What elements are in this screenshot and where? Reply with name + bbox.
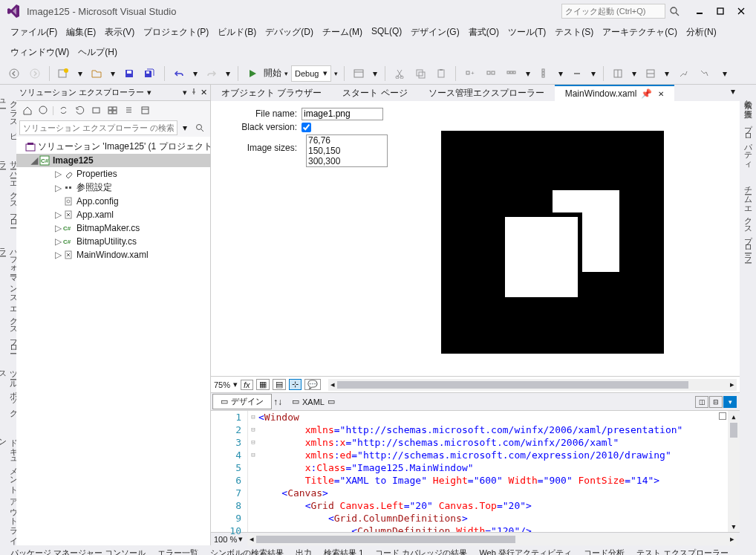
forward-button[interactable] (25, 64, 45, 83)
tree-item[interactable]: ▷C#BitmapMaker.cs (16, 221, 210, 235)
start-label[interactable]: 開始 (264, 67, 281, 79)
start-button[interactable] (243, 64, 262, 83)
undo-button[interactable] (169, 64, 189, 83)
tree-item[interactable]: ▷App.xaml (16, 208, 210, 221)
close-icon[interactable]: ✕ (201, 88, 207, 97)
pin-icon[interactable] (190, 88, 198, 97)
new-button[interactable] (54, 64, 74, 83)
sidetab-findreplace[interactable]: 検索と置換 (740, 91, 756, 108)
solution-search-input[interactable] (19, 120, 177, 135)
fx-button[interactable]: fx (241, 380, 253, 390)
tabs-dropdown[interactable]: ▾ (726, 85, 740, 101)
home-icon[interactable] (19, 103, 34, 117)
code-vscroll[interactable]: ▴ ▾ (728, 411, 740, 532)
tree-item[interactable]: ▷Properties (16, 167, 210, 181)
tree-item[interactable]: ▷参照設定 (16, 181, 210, 195)
doctab-startpage[interactable]: スタート ページ (332, 85, 417, 101)
expand-icon[interactable]: ◢ (30, 155, 39, 166)
menu-sql[interactable]: SQL(Q) (367, 24, 406, 41)
bottomtab-output[interactable]: 出力 (291, 547, 316, 556)
tree-item[interactable]: ▷MainWindow.xaml (16, 248, 210, 262)
grid2-button[interactable]: ▤ (273, 379, 286, 390)
designer-hscroll[interactable]: ◂ ▸ (328, 379, 737, 391)
menu-build[interactable]: ビルド(B) (213, 24, 261, 41)
close-button[interactable] (731, 4, 752, 19)
menu-debug[interactable]: デバッグ(D) (261, 24, 318, 41)
menu-file[interactable]: ファイル(F) (6, 24, 62, 41)
search-icon[interactable] (667, 4, 682, 19)
save-all-button[interactable] (140, 64, 160, 83)
menu-view[interactable]: 表示(V) (100, 24, 139, 41)
xaml-tab-dd[interactable]: ▭ (328, 397, 335, 406)
doctab-objectbrowser[interactable]: オブジェクト ブラウザー (211, 85, 332, 101)
doctab-sourcectl[interactable]: ソース管理エクスプローラー (418, 85, 555, 101)
swap-icon[interactable]: ↑↓ (273, 397, 282, 407)
quick-launch-input[interactable] (561, 4, 665, 19)
overflow-button[interactable]: ▾ (715, 64, 734, 83)
sizes-listbox[interactable]: 76,76 150,150 300,300 (306, 134, 388, 167)
bottomtab-search1[interactable]: 検索結果 1 (319, 547, 368, 556)
bottomtab-symbols[interactable]: シンボルの検索結果 (206, 547, 288, 556)
code-hscroll[interactable]: ◂ ▸ (247, 533, 737, 545)
new-dropdown[interactable]: ▾ (75, 64, 85, 83)
feedback-button[interactable]: 💬 (304, 379, 321, 390)
redo-dropdown[interactable]: ▾ (223, 64, 233, 83)
listbox-item[interactable]: 76,76 (307, 135, 387, 146)
refresh-icon[interactable] (72, 103, 87, 117)
search-dropdown[interactable]: ▾ (177, 120, 192, 135)
back-button[interactable] (4, 64, 24, 83)
tb-g3-dd[interactable]: ▾ (523, 64, 533, 83)
collapse-icon[interactable] (88, 103, 103, 117)
listbox-item[interactable]: 300,300 (307, 156, 387, 166)
zoom-dropdown[interactable]: ▾ (233, 380, 238, 389)
filename-input[interactable] (302, 108, 383, 120)
pin-icon[interactable]: 📌 (641, 88, 652, 99)
bottomtab-codeanl[interactable]: コード分析 (579, 547, 629, 556)
tb-h2[interactable] (641, 64, 660, 83)
split-collapse-icon[interactable]: ▾ (723, 396, 737, 408)
menu-project[interactable]: プロジェクト(P) (139, 24, 213, 41)
menu-format[interactable]: 書式(O) (464, 24, 504, 41)
menu-arch[interactable]: アーキテクチャ(C) (598, 24, 682, 41)
code-content[interactable]: <Window xmlns="http://schemas.microsoft.… (258, 411, 740, 532)
chevron-down-icon[interactable]: ▾ (147, 88, 151, 97)
menu-tools[interactable]: ツール(T) (504, 24, 550, 41)
cut-button[interactable] (390, 64, 409, 83)
sidetab-teamexp[interactable]: チーム エクスプローラー (740, 177, 756, 262)
tb-h1[interactable] (608, 64, 628, 83)
showall-icon[interactable] (105, 103, 120, 117)
maximize-button[interactable] (710, 4, 731, 19)
menu-test[interactable]: テスト(S) (550, 24, 598, 41)
split-vert-icon[interactable]: ◫ (695, 396, 708, 408)
paste-button[interactable] (431, 64, 451, 83)
tb-h3[interactable] (674, 64, 693, 83)
config-combo[interactable]: Debug▾ (291, 65, 331, 82)
bottomtab-testexp[interactable]: テスト エクスプローラー (632, 547, 733, 556)
tb-h4[interactable] (694, 64, 714, 83)
browser-button[interactable] (349, 64, 368, 83)
zoom-value[interactable]: 75% (214, 380, 230, 389)
error-indicator[interactable] (719, 412, 726, 420)
doctab-mainwindow[interactable]: MainWindow.xaml 📌 ✕ (555, 85, 675, 101)
sidetab-properties[interactable]: プロパティ (740, 115, 756, 169)
open-dropdown[interactable]: ▾ (108, 64, 118, 83)
tb-g1[interactable]: + (460, 64, 480, 83)
tree-item[interactable]: ▷C#BitmapUtility.cs (16, 235, 210, 248)
solution-root[interactable]: ソリューション 'Image125' (1 プロジェクト) (16, 140, 210, 154)
menu-edit[interactable]: 編集(E) (62, 24, 100, 41)
save-button[interactable] (120, 64, 139, 83)
start-dropdown[interactable]: ▾ (284, 70, 288, 77)
browser-dropdown[interactable]: ▾ (370, 64, 380, 83)
tb-h2-dd[interactable]: ▾ (662, 64, 672, 83)
split-horiz-icon[interactable]: ⊟ (709, 396, 723, 408)
menu-team[interactable]: チーム(M) (318, 24, 367, 41)
blackv-checkbox[interactable] (302, 123, 311, 132)
xaml-editor[interactable]: 123 456 789 10 ⊟⊟⊟⊟ <Window xmlns="http:… (211, 410, 740, 532)
properties-icon[interactable] (121, 103, 136, 117)
tb-g5-dd[interactable]: ▾ (588, 64, 599, 83)
listbox-item[interactable]: 150,150 (307, 146, 387, 156)
config-dropdown[interactable]: ▾ (334, 70, 338, 77)
minimize-button[interactable] (689, 4, 710, 19)
menu-design[interactable]: デザイン(G) (406, 24, 463, 41)
bottomtab-webpub[interactable]: Web 発行アクティビティ (475, 547, 576, 556)
